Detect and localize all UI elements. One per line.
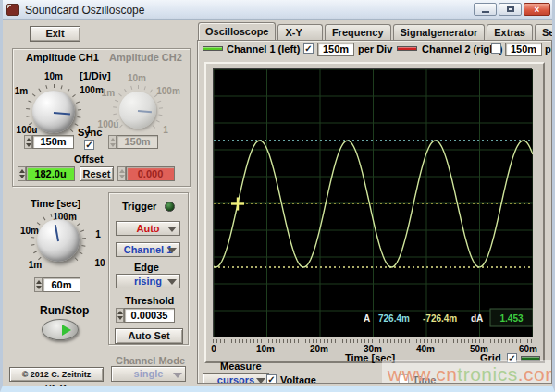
knob-pointer bbox=[55, 225, 59, 241]
voltage-label: Voltage bbox=[280, 374, 316, 384]
channel2-per-div-value[interactable]: 150m bbox=[505, 43, 542, 56]
measure-selector-value: cursors bbox=[217, 374, 254, 384]
scope-plot[interactable]: A726.4m-726.4mdA1.453 bbox=[213, 68, 532, 337]
offset-ch2-spinner bbox=[117, 166, 126, 181]
amplitude-ch2-knob bbox=[119, 92, 156, 129]
watermark-text: tronics bbox=[457, 363, 517, 384]
graph-frame: A726.4m-726.4mdA1.453 0 10m 20m 30m 40m … bbox=[204, 62, 545, 363]
offset-ch1-spinner[interactable] bbox=[18, 166, 26, 181]
x-tick-10m: 10m bbox=[256, 344, 275, 354]
x-tick-0: 0 bbox=[211, 344, 216, 354]
maximize-button[interactable] bbox=[499, 3, 522, 16]
copyright-box: © 2012 C. Zeitnitz V1.41 bbox=[9, 367, 104, 382]
channel-mode-label: Channel Mode bbox=[116, 355, 185, 366]
time-value[interactable]: 60m bbox=[43, 277, 80, 292]
amplitude-ch1-value[interactable]: 150m bbox=[32, 135, 74, 149]
tab-oscilloscope[interactable]: Oscilloscope bbox=[198, 22, 276, 40]
knob-pointer bbox=[54, 112, 70, 116]
tab-signalgenerator[interactable]: Signalgenerator bbox=[393, 24, 486, 40]
channel-mode-value: single bbox=[134, 368, 164, 379]
knob-label-100u: 100u bbox=[13, 125, 41, 135]
trigger-title: Trigger bbox=[122, 201, 156, 212]
amplitude-ch2-value: 150m bbox=[117, 135, 158, 149]
run-stop-button[interactable] bbox=[42, 319, 79, 340]
auto-set-button[interactable]: Auto Set bbox=[115, 328, 183, 344]
window-title: Soundcard Oszilloscope bbox=[25, 4, 144, 17]
knob-label-1: 1 bbox=[160, 125, 171, 135]
threshold-spinner[interactable] bbox=[116, 308, 124, 323]
x-tick-20m: 20m bbox=[310, 344, 328, 354]
sync-label: Sync bbox=[78, 127, 102, 138]
watermark-text: www.cn bbox=[388, 363, 457, 384]
run-stop-label: Run/Stop bbox=[40, 304, 89, 317]
amplitude-ch1-knob[interactable] bbox=[32, 91, 75, 133]
svg-text:726.4m: 726.4m bbox=[378, 313, 410, 324]
minimize-button[interactable] bbox=[474, 3, 497, 16]
trigger-source-value: Channel 1 bbox=[124, 244, 173, 255]
voltage-checkbox[interactable]: ✓ bbox=[266, 374, 277, 384]
knob-pointer bbox=[138, 110, 152, 113]
x-tick-40m: 40m bbox=[416, 344, 435, 354]
time-spinner[interactable] bbox=[34, 277, 43, 292]
exit-button[interactable]: Exit bbox=[30, 26, 80, 42]
per-div-label: per Div bbox=[358, 43, 392, 55]
sync-checkbox[interactable]: ✓ bbox=[84, 140, 94, 150]
trigger-edge-value: rising bbox=[134, 276, 162, 287]
measure-title: Measure bbox=[220, 361, 262, 372]
svg-text:1.453: 1.453 bbox=[500, 313, 523, 324]
tab-frequency[interactable]: Frequency bbox=[325, 24, 391, 40]
channel1-per-div-value[interactable]: 150m bbox=[317, 43, 354, 56]
watermark: www.cntronics.com bbox=[382, 360, 552, 384]
trigger-led bbox=[165, 202, 175, 212]
offset-label: Offset bbox=[74, 153, 104, 165]
amplitude-ch1-spinner[interactable] bbox=[24, 135, 32, 149]
channel1-checkbox[interactable]: ✓ bbox=[303, 43, 314, 54]
time-knob[interactable] bbox=[37, 219, 80, 262]
oscilloscope-page: Channel 1 (left) ✓ 150m per Div Channel … bbox=[197, 40, 552, 384]
trigger-edge-dropdown[interactable]: rising bbox=[116, 274, 180, 288]
threshold-value[interactable]: 0.00035 bbox=[124, 308, 175, 323]
svg-text:-726.4m: -726.4m bbox=[423, 313, 457, 324]
chevron-down-icon bbox=[173, 373, 182, 378]
channel2-checkbox[interactable] bbox=[491, 43, 501, 54]
chevron-down-icon bbox=[256, 378, 265, 384]
tab-extras[interactable]: Extras bbox=[487, 24, 533, 40]
watermark-text: .com bbox=[518, 363, 552, 384]
amplitude-ch1-title: Amplitude CH1 bbox=[26, 52, 99, 63]
app-window: Soundcard Oszilloscope × Exit Amplitude … bbox=[0, 0, 555, 392]
tab-xy-graph[interactable]: X-Y Graph bbox=[278, 24, 322, 40]
chevron-down-icon bbox=[167, 227, 177, 232]
amplitude-ch2-title: Amplitude CH2 bbox=[109, 52, 182, 63]
channel1-label: Channel 1 (left) bbox=[227, 43, 300, 55]
knob-label-1m: 1m bbox=[97, 88, 119, 98]
svg-text:A: A bbox=[364, 313, 370, 324]
reset-button[interactable]: Reset bbox=[80, 166, 114, 181]
svg-text:dA: dA bbox=[471, 313, 483, 324]
trigger-source-dropdown[interactable]: Channel 1 bbox=[116, 242, 180, 257]
maximize-icon bbox=[507, 6, 514, 12]
measure-selector-dropdown[interactable]: cursors bbox=[203, 373, 269, 384]
knob-label-10m: 10m bbox=[124, 73, 150, 83]
close-button[interactable]: × bbox=[524, 3, 550, 16]
channel1-color-swatch bbox=[203, 46, 223, 51]
titlebar: Soundcard Oszilloscope × bbox=[3, 0, 552, 20]
chevron-down-icon bbox=[167, 279, 177, 285]
offset-ch1-value[interactable]: 182.0u bbox=[26, 166, 75, 181]
app-icon bbox=[6, 4, 19, 16]
time-title: Time [sec] bbox=[31, 198, 80, 209]
minimize-icon bbox=[482, 11, 489, 13]
tab-bar: Oscilloscope X-Y Graph Frequency Signalg… bbox=[197, 22, 552, 40]
channel-mode-dropdown: single bbox=[111, 366, 186, 382]
knob-label-10: 10 bbox=[90, 258, 110, 268]
trigger-group: Trigger Auto Channel 1 Edge rising Thres… bbox=[108, 192, 189, 345]
tab-settings[interactable]: Settings bbox=[535, 24, 552, 40]
knob-label-1: 1 bbox=[92, 229, 105, 239]
trigger-mode-value: Auto bbox=[136, 223, 159, 234]
offset-ch2-value: 0.000 bbox=[126, 166, 175, 181]
knob-label-10m: 10m bbox=[41, 71, 67, 81]
x-axis-ticks bbox=[213, 339, 533, 343]
trigger-mode-dropdown[interactable]: Auto bbox=[116, 221, 180, 236]
amplitude-ch2-spinner bbox=[108, 135, 117, 149]
amplitude-unit: [1/Div] bbox=[80, 70, 111, 81]
x-tick-60m: 60m bbox=[519, 344, 537, 354]
